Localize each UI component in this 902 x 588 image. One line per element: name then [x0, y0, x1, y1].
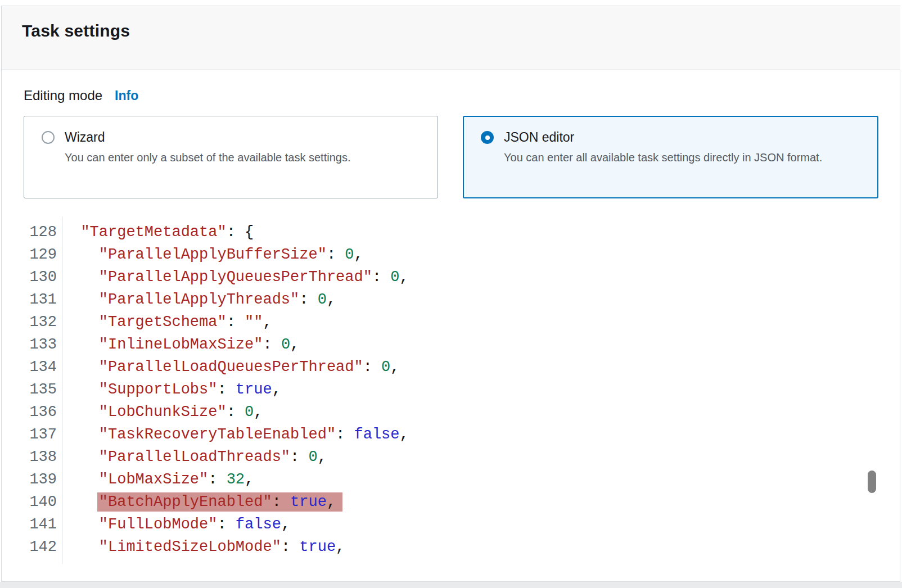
tile-json-editor[interactable]: JSON editor You can enter all available … — [463, 116, 878, 198]
tile-json-title: JSON editor — [504, 128, 833, 146]
radio-selected-icon[interactable] — [481, 131, 494, 144]
line-number: 131 — [0, 288, 62, 311]
editor-line-code[interactable]: "LobMaxSize": 32, — [62, 468, 254, 491]
editor-line[interactable]: 130 "ParallelApplyQueuesPerThread": 0, — [0, 266, 860, 288]
editor-line[interactable]: 134 "ParallelLoadQueuesPerThread": 0, — [0, 356, 860, 378]
line-number: 141 — [0, 513, 62, 536]
line-number: 136 — [0, 401, 62, 423]
scrollbar-thumb[interactable] — [868, 471, 876, 493]
editing-mode-row: Editing mode Info — [24, 88, 138, 103]
editing-mode-label: Editing mode — [24, 88, 102, 103]
highlighted-code: "BatchApplyEnabled": true, — [97, 492, 342, 512]
editor-line-code[interactable]: "ParallelLoadQueuesPerThread": 0, — [62, 356, 400, 378]
editor-line[interactable]: 132 "TargetSchema": "", — [0, 311, 860, 333]
editor-line-code[interactable]: "TargetMetadata": { — [62, 221, 254, 243]
line-number: 130 — [0, 266, 62, 288]
editor-line-code[interactable]: "ParallelApplyThreads": 0, — [62, 288, 336, 311]
line-number: 140 — [0, 491, 62, 513]
page-footer-strip — [0, 582, 902, 588]
editor-line-code[interactable]: "ParallelApplyQueuesPerThread": 0, — [62, 266, 409, 288]
editor-line[interactable]: 137 "TaskRecoveryTableEnabled": false, — [0, 423, 860, 446]
line-number: 139 — [0, 468, 62, 491]
editor-line[interactable]: 136 "LobChunkSize": 0, — [0, 401, 860, 423]
editor-line-code[interactable]: "ParallelApplyBufferSize": 0, — [62, 243, 363, 266]
editor-line[interactable]: 128 "TargetMetadata": { — [0, 221, 860, 243]
tile-wizard-text: Wizard You can enter only a subset of th… — [65, 128, 350, 168]
editor-line-code[interactable]: "BatchApplyEnabled": true, — [62, 491, 342, 513]
editor-line-code[interactable]: "FullLobMode": false, — [62, 513, 290, 536]
line-number: 137 — [0, 423, 62, 446]
json-code-editor[interactable]: 128 "TargetMetadata": {129 "ParallelAppl… — [0, 221, 860, 558]
panel-header — [2, 6, 900, 70]
line-number: 135 — [0, 378, 62, 401]
line-number: 129 — [0, 243, 62, 266]
line-number: 134 — [0, 356, 62, 378]
editor-line[interactable]: 135 "SupportLobs": true, — [0, 378, 860, 401]
editor-line-code[interactable]: "LimitedSizeLobMode": true, — [62, 536, 345, 558]
line-number: 138 — [0, 446, 62, 468]
tile-wizard-title: Wizard — [65, 128, 350, 146]
line-number: 133 — [0, 333, 62, 356]
editor-line-code[interactable]: "ParallelLoadThreads": 0, — [62, 446, 327, 468]
editor-line[interactable]: 140 "BatchApplyEnabled": true, — [0, 491, 860, 513]
editor-line[interactable]: 129 "ParallelApplyBufferSize": 0, — [0, 243, 860, 266]
tile-wizard[interactable]: Wizard You can enter only a subset of th… — [24, 116, 438, 198]
tile-wizard-description: You can enter only a subset of the avail… — [65, 147, 350, 168]
editing-mode-options: Wizard You can enter only a subset of th… — [24, 116, 878, 198]
editor-line-code[interactable]: "TargetSchema": "", — [62, 311, 272, 333]
tile-json-description: You can enter all available task setting… — [504, 147, 833, 168]
editor-line[interactable]: 141 "FullLobMode": false, — [0, 513, 860, 536]
radio-unselected-icon[interactable] — [42, 131, 55, 144]
editor-line-code[interactable]: "SupportLobs": true, — [62, 378, 281, 401]
page-title: Task settings — [22, 21, 130, 40]
editor-line-code[interactable]: "LobChunkSize": 0, — [62, 401, 263, 423]
editor-line[interactable]: 131 "ParallelApplyThreads": 0, — [0, 288, 860, 311]
line-number: 142 — [0, 536, 62, 558]
tile-json-text: JSON editor You can enter all available … — [504, 128, 833, 168]
editor-line-code[interactable]: "InlineLobMaxSize": 0, — [62, 333, 299, 356]
editor-line[interactable]: 139 "LobMaxSize": 32, — [0, 468, 860, 491]
line-number: 128 — [0, 221, 62, 243]
editor-line[interactable]: 138 "ParallelLoadThreads": 0, — [0, 446, 860, 468]
editor-line[interactable]: 133 "InlineLobMaxSize": 0, — [0, 333, 860, 356]
editor-line[interactable]: 142 "LimitedSizeLobMode": true, — [0, 536, 860, 558]
editor-line-code[interactable]: "TaskRecoveryTableEnabled": false, — [62, 423, 409, 446]
line-number: 132 — [0, 311, 62, 333]
info-link[interactable]: Info — [115, 88, 138, 103]
